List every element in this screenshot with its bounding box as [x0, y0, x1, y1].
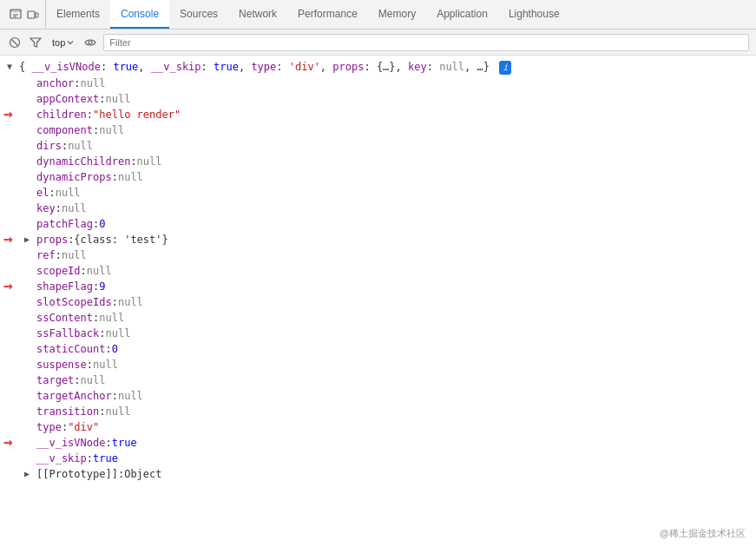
property-value: 0: [99, 217, 105, 231]
root-object-text: { __v_isVNode: true, __v_skip: true, typ…: [19, 60, 511, 75]
property-line[interactable]: →props: {class: 'test'}: [0, 232, 756, 247]
property-value: null: [56, 186, 81, 200]
colon-separator: :: [87, 108, 93, 122]
property-key: slotScopeIds: [36, 295, 112, 309]
property-line[interactable]: →shapeFlag: 9: [0, 279, 756, 294]
tab-memory[interactable]: Memory: [368, 0, 426, 29]
property-line[interactable]: ssFallback: null: [0, 326, 756, 341]
property-key: transition: [36, 405, 99, 418]
property-key: __v_skip: [36, 451, 87, 465]
property-key: suspense: [36, 358, 87, 372]
property-value: {class: 'test'}: [74, 233, 168, 247]
property-key: patchFlag: [36, 217, 93, 231]
colon-separator: :: [112, 389, 118, 403]
inspect-icon[interactable]: [9, 8, 23, 22]
property-value: null: [118, 389, 143, 403]
property-line[interactable]: →__v_isVNode: true: [0, 435, 756, 451]
property-key: targetAnchor: [36, 389, 112, 403]
property-value: null: [118, 295, 143, 309]
property-value: Object: [124, 467, 161, 481]
svg-rect-1: [10, 10, 21, 12]
property-key: ssContent: [36, 311, 93, 325]
colon-separator: :: [81, 264, 87, 278]
property-line[interactable]: staticCount: 0: [0, 341, 756, 357]
tab-lighthouse[interactable]: Lighthouse: [498, 0, 570, 29]
property-line[interactable]: key: null: [0, 201, 756, 216]
svg-rect-2: [28, 11, 35, 18]
property-line[interactable]: transition: null: [0, 404, 756, 419]
property-line[interactable]: el: null: [0, 185, 756, 201]
tab-bar: ElementsConsoleSourcesNetworkPerformance…: [0, 0, 756, 30]
properties-container: anchor: nullappContext: null→children: "…: [0, 76, 756, 482]
property-line[interactable]: appContext: null: [0, 91, 756, 107]
property-line[interactable]: suspense: null: [0, 357, 756, 372]
property-line[interactable]: dynamicChildren: null: [0, 154, 756, 169]
property-value: null: [62, 248, 87, 262]
arrow-indicator: →: [3, 232, 13, 246]
property-line[interactable]: dynamicProps: null: [0, 169, 756, 185]
property-value: "hello render": [93, 108, 181, 122]
svg-point-7: [89, 41, 92, 44]
chevron-down-icon: [67, 39, 74, 46]
property-value: 0: [112, 342, 118, 356]
info-badge: i: [499, 61, 511, 75]
tab-elements[interactable]: Elements: [46, 0, 110, 29]
tabs-container: ElementsConsoleSourcesNetworkPerformance…: [46, 0, 570, 29]
tab-console[interactable]: Console: [110, 0, 169, 29]
property-key: target: [36, 373, 74, 387]
property-line[interactable]: __v_skip: true: [0, 451, 756, 466]
property-line[interactable]: [[Prototype]]: Object: [0, 466, 756, 482]
property-value: null: [87, 264, 112, 278]
property-line[interactable]: anchor: null: [0, 76, 756, 91]
property-line[interactable]: →children: "hello render": [0, 107, 756, 122]
colon-separator: :: [99, 92, 105, 106]
property-key: children: [36, 108, 87, 122]
property-line[interactable]: targetAnchor: null: [0, 388, 756, 404]
expand-triangle[interactable]: [24, 233, 35, 243]
tab-sources[interactable]: Sources: [169, 0, 228, 29]
filter-input[interactable]: [103, 34, 749, 51]
property-value: null: [105, 405, 130, 418]
property-value: null: [105, 92, 130, 106]
property-line[interactable]: patchFlag: 0: [0, 216, 756, 232]
property-line[interactable]: slotScopeIds: null: [0, 294, 756, 310]
root-object-line[interactable]: { __v_isVNode: true, __v_skip: true, typ…: [0, 59, 756, 76]
root-expand-triangle[interactable]: [7, 60, 17, 70]
tab-performance[interactable]: Performance: [287, 0, 368, 29]
colon-separator: :: [87, 451, 93, 465]
context-label: top: [52, 37, 65, 48]
property-value: null: [99, 123, 124, 137]
colon-separator: :: [93, 311, 99, 325]
tab-network[interactable]: Network: [228, 0, 287, 29]
property-line[interactable]: ssContent: null: [0, 310, 756, 326]
property-line[interactable]: target: null: [0, 372, 756, 388]
property-key: [[Prototype]]: [36, 467, 118, 481]
property-value: null: [68, 139, 93, 153]
context-selector[interactable]: top: [49, 36, 77, 49]
property-line[interactable]: scopeId: null: [0, 263, 756, 279]
property-line[interactable]: component: null: [0, 122, 756, 138]
console-output: { __v_isVNode: true, __v_skip: true, typ…: [0, 56, 756, 547]
colon-separator: :: [99, 326, 105, 340]
property-value: null: [93, 358, 118, 372]
svg-rect-3: [36, 13, 38, 17]
property-value: null: [81, 76, 106, 90]
property-key: dirs: [36, 139, 62, 153]
property-line[interactable]: type: "div": [0, 419, 756, 435]
device-toggle-icon[interactable]: [26, 8, 40, 22]
property-value: "div": [68, 420, 99, 434]
property-line[interactable]: ref: null: [0, 247, 756, 263]
filter-icon[interactable]: [28, 35, 43, 50]
colon-separator: :: [99, 405, 105, 418]
tab-application[interactable]: Application: [426, 0, 498, 29]
clear-console-icon[interactable]: [7, 35, 23, 50]
svg-marker-6: [30, 38, 41, 47]
expand-triangle[interactable]: [24, 467, 35, 478]
arrow-indicator: →: [3, 435, 13, 449]
property-line[interactable]: dirs: null: [0, 138, 756, 154]
eye-icon[interactable]: [82, 35, 98, 50]
colon-separator: :: [62, 139, 68, 153]
colon-separator: :: [112, 170, 118, 184]
property-value: true: [93, 451, 118, 465]
colon-separator: :: [87, 358, 93, 372]
